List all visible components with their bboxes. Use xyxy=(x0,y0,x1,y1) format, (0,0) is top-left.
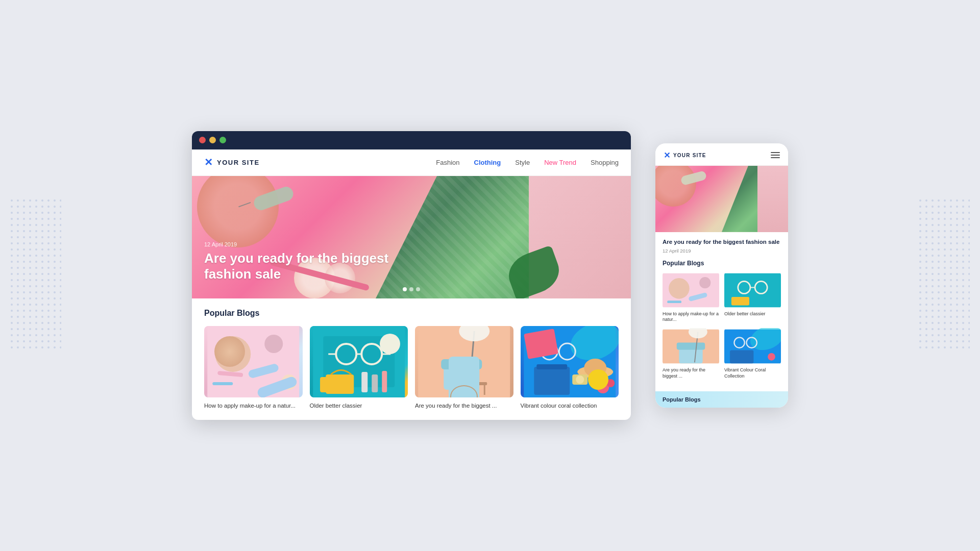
blog-caption-1: How to apply make-up for a natur... xyxy=(204,402,303,410)
svg-rect-25 xyxy=(444,364,479,390)
svg-rect-19 xyxy=(361,372,368,392)
popular-blogs-section: Popular Blogs xyxy=(192,298,631,420)
page-wrapper: ✕ YOUR SITE Fashion Clothing Style New T… xyxy=(192,131,788,420)
popular-blogs-title: Popular Blogs xyxy=(204,309,619,318)
svg-point-47 xyxy=(699,277,710,288)
nav-clothing[interactable]: Clothing xyxy=(474,159,501,166)
blog-card-3[interactable]: Are you ready for the biggest ... xyxy=(415,326,513,410)
blog-thumb-2-svg xyxy=(310,326,408,397)
mobile-blog-grid: How to apply make-up for a natur... Old xyxy=(663,272,781,380)
mobile-article-date: 12 April 2019 xyxy=(663,248,781,254)
carousel-dot-3[interactable] xyxy=(416,287,420,291)
nav-style[interactable]: Style xyxy=(515,159,530,166)
mobile-blog-card-4[interactable]: Vibrant Colour Coral Collection xyxy=(724,328,781,379)
mobile-header: ✕ YOUR SITE xyxy=(655,143,788,166)
mobile-blog-caption-2: Older better classier xyxy=(724,311,781,317)
site-name-label: YOUR SITE xyxy=(217,159,260,166)
blog-card-1[interactable]: How to apply make-up for a natur... xyxy=(204,326,303,410)
hamburger-line-3 xyxy=(771,157,780,158)
mobile-blog-thumb-4 xyxy=(724,328,781,365)
mobile-logo[interactable]: ✕ YOUR SITE xyxy=(664,151,706,160)
svg-rect-4 xyxy=(207,326,299,397)
blog-caption-2: Older better classier xyxy=(310,402,408,410)
mobile-blog-caption-1: How to apply make-up for a natur... xyxy=(663,311,719,323)
hero-carousel-dots xyxy=(403,287,420,291)
blog-thumb-4-svg xyxy=(521,326,619,397)
svg-rect-38 xyxy=(534,367,570,395)
blog-thumb-4 xyxy=(521,326,619,397)
svg-point-41 xyxy=(576,375,584,384)
dot-pattern-right xyxy=(919,199,970,352)
hamburger-line-2 xyxy=(771,155,780,156)
svg-point-43 xyxy=(606,379,615,387)
svg-point-42 xyxy=(597,381,609,393)
hamburger-line-1 xyxy=(771,152,780,153)
hero-title: Are you ready for the biggest fashion sa… xyxy=(204,251,419,282)
svg-rect-18 xyxy=(326,374,354,394)
browser-mockup: ✕ YOUR SITE Fashion Clothing Style New T… xyxy=(192,131,631,420)
svg-rect-9 xyxy=(212,382,233,385)
carousel-dot-2[interactable] xyxy=(409,287,413,291)
svg-rect-21 xyxy=(382,371,387,392)
site-nav: Fashion Clothing Style New Trend Shoppin… xyxy=(436,159,619,166)
svg-rect-39 xyxy=(536,364,567,369)
mobile-blog-thumb-1 xyxy=(663,272,719,309)
hamburger-menu-button[interactable] xyxy=(771,152,780,158)
nav-shopping[interactable]: Shopping xyxy=(591,159,619,166)
svg-rect-53 xyxy=(731,297,749,306)
mobile-blog-card-3[interactable]: Are you ready for the biggest ... xyxy=(663,328,719,379)
mobile-popular-bar-label: Popular Blogs xyxy=(663,396,701,403)
svg-point-37 xyxy=(584,359,606,377)
svg-point-30 xyxy=(469,377,477,385)
svg-point-5 xyxy=(215,336,251,372)
svg-rect-63 xyxy=(730,350,753,363)
browser-titlebar xyxy=(192,131,631,149)
hero-content: 12 April 2019 Are you ready for the bigg… xyxy=(204,241,419,282)
mobile-hero-hat xyxy=(655,166,696,207)
blog-caption-3: Are you ready for the biggest ... xyxy=(415,402,513,410)
mobile-hero-pink-fabric xyxy=(757,166,788,232)
maximize-button[interactable] xyxy=(219,137,226,143)
site-logo[interactable]: ✕ YOUR SITE xyxy=(204,157,260,167)
mobile-site-name: YOUR SITE xyxy=(673,153,706,158)
blog-thumb-1 xyxy=(204,326,303,397)
minimize-button[interactable] xyxy=(209,137,216,143)
mobile-blog-card-2[interactable]: Older better classier xyxy=(724,272,781,323)
svg-point-64 xyxy=(768,353,775,361)
blog-thumb-1-svg xyxy=(204,326,303,397)
blog-caption-4: Vibrant colour coral collection xyxy=(521,402,619,410)
deco-hat xyxy=(197,176,279,247)
svg-point-8 xyxy=(264,335,283,353)
carousel-dot-1[interactable] xyxy=(403,287,407,291)
nav-new-trend[interactable]: New Trend xyxy=(544,159,576,166)
mobile-blog-thumb-3 xyxy=(663,328,719,365)
mobile-popular-blogs-bar[interactable]: Popular Blogs xyxy=(655,391,788,408)
svg-rect-1 xyxy=(10,199,61,352)
svg-rect-56 xyxy=(677,343,705,350)
nav-fashion[interactable]: Fashion xyxy=(436,159,459,166)
blog-card-4[interactable]: Vibrant colour coral collection xyxy=(521,326,619,410)
mobile-blog-caption-3: Are you ready for the biggest ... xyxy=(663,367,719,379)
blog-card-2[interactable]: Older better classier xyxy=(310,326,408,410)
svg-rect-3 xyxy=(919,199,970,352)
blog-thumb-2 xyxy=(310,326,408,397)
mobile-thumb-2-svg xyxy=(724,272,781,309)
svg-rect-55 xyxy=(679,347,702,363)
hero-banner: 12 April 2019 Are you ready for the bigg… xyxy=(192,176,631,298)
mobile-blog-card-1[interactable]: How to apply make-up for a natur... xyxy=(663,272,719,323)
hero-date: 12 April 2019 xyxy=(204,241,419,247)
mobile-blog-caption-4: Vibrant Colour Coral Collection xyxy=(724,367,781,379)
dot-pattern-left xyxy=(10,199,61,352)
mobile-thumb-4-svg xyxy=(724,328,781,365)
svg-rect-27 xyxy=(461,382,487,385)
blog-grid: How to apply make-up for a natur... xyxy=(204,326,619,410)
blog-thumb-3-svg xyxy=(415,326,513,397)
mobile-content: Are you ready for the biggest fashion sa… xyxy=(655,232,788,392)
close-button[interactable] xyxy=(199,137,206,143)
svg-point-10 xyxy=(281,374,297,390)
mobile-hero-decoration xyxy=(655,166,788,232)
mobile-article-title: Are you ready for the biggest fashion sa… xyxy=(663,238,781,246)
svg-point-45 xyxy=(669,278,690,299)
mobile-blog-thumb-2 xyxy=(724,272,781,309)
mobile-thumb-3-svg xyxy=(663,328,719,365)
